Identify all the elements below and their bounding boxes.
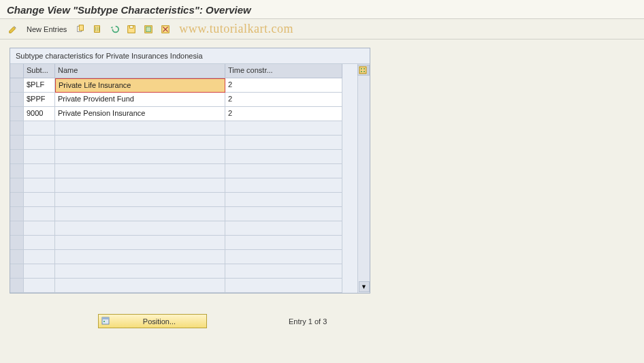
cell-name[interactable]: Private Pension Insurance bbox=[55, 107, 225, 121]
cell-tc[interactable]: 2 bbox=[225, 78, 342, 93]
table-row-empty bbox=[10, 207, 357, 221]
svg-rect-1 bbox=[80, 25, 84, 30]
vertical-scrollbar[interactable]: ▲ ▼ bbox=[357, 64, 370, 293]
data-grid: Subt... Name Time constr... $PLF Private… bbox=[10, 64, 357, 293]
row-selector[interactable] bbox=[10, 236, 24, 250]
scroll-down-icon[interactable]: ▼ bbox=[359, 281, 370, 292]
table-row-empty bbox=[10, 193, 357, 207]
page-header: Change View "Subtype Characteristics": O… bbox=[0, 0, 644, 19]
new-entries-button[interactable]: New Entries bbox=[22, 22, 71, 36]
grid-header-row: Subt... Name Time constr... bbox=[10, 64, 357, 78]
col-header-subtype[interactable]: Subt... bbox=[24, 64, 55, 78]
svg-rect-9 bbox=[146, 27, 151, 31]
table-group: Subtype characteristics for Private Insu… bbox=[10, 48, 370, 294]
table-row: $PPF Private Provident Fund 2 bbox=[10, 93, 357, 107]
row-selector-header bbox=[10, 64, 24, 78]
table-row-empty bbox=[10, 164, 357, 178]
row-selector[interactable] bbox=[10, 121, 24, 136]
svg-rect-13 bbox=[359, 67, 366, 74]
table-row-empty bbox=[10, 150, 357, 164]
col-header-time-constraint[interactable]: Time constr... bbox=[225, 64, 342, 78]
group-title: Subtype characteristics for Private Insu… bbox=[10, 48, 370, 64]
svg-rect-19 bbox=[102, 317, 109, 319]
cell-subtype[interactable]: $PPF bbox=[24, 93, 55, 107]
row-selector[interactable] bbox=[10, 178, 24, 193]
row-selector[interactable] bbox=[10, 221, 24, 236]
table-row-empty bbox=[10, 221, 357, 236]
svg-rect-15 bbox=[364, 68, 365, 69]
toolbar: New Entries www.tutorialkart.com bbox=[0, 19, 644, 40]
position-icon bbox=[99, 317, 112, 326]
copy-icon[interactable] bbox=[73, 22, 88, 36]
row-selector[interactable] bbox=[10, 136, 24, 150]
undo-icon[interactable] bbox=[107, 22, 122, 36]
page-title: Change View "Subtype Characteristics": O… bbox=[7, 4, 637, 16]
col-header-name[interactable]: Name bbox=[55, 64, 225, 78]
row-selector[interactable] bbox=[10, 207, 24, 221]
row-selector[interactable] bbox=[10, 150, 24, 164]
table-row-empty bbox=[10, 136, 357, 150]
cell-name[interactable]: Private Provident Fund bbox=[55, 93, 225, 107]
row-selector[interactable] bbox=[10, 264, 24, 279]
save-icon[interactable] bbox=[124, 22, 139, 36]
table-row: $PLF Private Life Insurance 2 bbox=[10, 78, 357, 93]
cell-subtype[interactable]: $PLF bbox=[24, 78, 55, 93]
deselect-all-icon[interactable] bbox=[158, 22, 173, 36]
row-selector[interactable] bbox=[10, 250, 24, 264]
row-selector[interactable] bbox=[10, 78, 24, 93]
table-settings-icon[interactable] bbox=[357, 65, 368, 76]
footer-bar: Position... Entry 1 of 3 bbox=[10, 314, 634, 328]
cell-name[interactable]: Private Life Insurance bbox=[55, 78, 225, 93]
table-row-empty bbox=[10, 121, 357, 136]
table-row-empty bbox=[10, 250, 357, 264]
cell-tc[interactable]: 2 bbox=[225, 107, 342, 121]
svg-rect-16 bbox=[361, 71, 362, 72]
watermark-text: www.tutorialkart.com bbox=[179, 22, 293, 36]
delete-icon[interactable] bbox=[90, 22, 105, 36]
svg-rect-17 bbox=[364, 71, 365, 72]
content-area: Subtype characteristics for Private Insu… bbox=[0, 40, 644, 336]
table-row-empty bbox=[10, 279, 357, 293]
row-selector[interactable] bbox=[10, 164, 24, 178]
row-selector[interactable] bbox=[10, 279, 24, 293]
select-all-icon[interactable] bbox=[141, 22, 156, 36]
row-selector[interactable] bbox=[10, 193, 24, 207]
svg-rect-14 bbox=[361, 68, 362, 69]
table-row: 9000 Private Pension Insurance 2 bbox=[10, 107, 357, 121]
cell-subtype[interactable]: 9000 bbox=[24, 107, 55, 121]
table-row-empty bbox=[10, 178, 357, 193]
svg-rect-20 bbox=[103, 321, 105, 322]
entry-counter: Entry 1 of 3 bbox=[289, 317, 327, 326]
row-selector[interactable] bbox=[10, 107, 24, 121]
table-row-empty bbox=[10, 264, 357, 279]
svg-rect-7 bbox=[130, 25, 133, 28]
table-row-empty bbox=[10, 236, 357, 250]
edit-icon[interactable] bbox=[5, 22, 20, 36]
cell-tc[interactable]: 2 bbox=[225, 93, 342, 107]
row-selector[interactable] bbox=[10, 93, 24, 107]
position-button-label: Position... bbox=[112, 317, 206, 326]
position-button[interactable]: Position... bbox=[98, 314, 207, 328]
